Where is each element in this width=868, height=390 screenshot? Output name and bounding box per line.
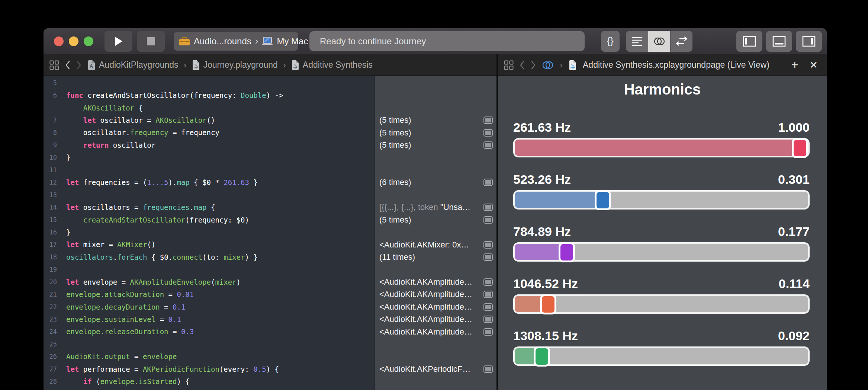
- traffic-lights: [54, 36, 93, 46]
- slider-fill: [515, 140, 808, 156]
- show-result-button[interactable]: [483, 316, 493, 323]
- code-line[interactable]: 17let mixer = AKMixer(): [44, 239, 374, 251]
- code-line[interactable]: 13: [44, 189, 374, 201]
- zoom-window-button[interactable]: [84, 36, 93, 46]
- code-line[interactable]: 26AudioKit.output = envelope: [44, 351, 374, 363]
- code-line[interactable]: 20let envelope = AKAmplitudeEnvelope(mix…: [44, 276, 374, 288]
- slider-thumb[interactable]: [559, 242, 575, 262]
- code-line[interactable]: 7 let oscillator = AKOscillator(): [44, 114, 374, 126]
- standard-editor-button[interactable]: [626, 31, 648, 52]
- toggle-debug-area-button[interactable]: [766, 31, 792, 52]
- code-line[interactable]: 6func createAndStartOscillator(frequency…: [44, 89, 374, 101]
- breadcrumb-item[interactable]: AAudioKitPlaygrounds: [87, 60, 179, 70]
- related-items-icon[interactable]: [49, 60, 59, 70]
- breadcrumb-item[interactable]: Journey.playground: [192, 60, 278, 70]
- play-icon: [114, 36, 123, 47]
- code-line[interactable]: 21envelope.attackDuration = 0.01: [44, 288, 374, 300]
- code-line[interactable]: 25: [44, 338, 374, 350]
- assistant-actions: + ✕: [791, 58, 821, 72]
- show-result-button[interactable]: [483, 253, 493, 261]
- slider-thumb[interactable]: [792, 138, 808, 158]
- code-line[interactable]: 19: [44, 263, 374, 276]
- code-line[interactable]: AKOscillator {: [44, 102, 374, 114]
- editor-split: AAudioKitPlaygrounds›Journey.playground›…: [44, 54, 827, 390]
- show-result-button[interactable]: [483, 365, 493, 373]
- code-line[interactable]: 27let performance = AKPeriodicFunction(e…: [44, 363, 374, 375]
- show-result-button[interactable]: [483, 291, 493, 298]
- slider-track[interactable]: [513, 190, 810, 210]
- add-assistant-button[interactable]: +: [791, 58, 798, 72]
- stop-button[interactable]: [137, 31, 165, 52]
- toggle-inspector-panel-button[interactable]: [796, 31, 822, 52]
- code-line[interactable]: 14let oscillators = frequencies.map {: [44, 201, 374, 213]
- show-result-button[interactable]: [483, 129, 493, 137]
- slider-track[interactable]: [513, 242, 810, 262]
- show-result-button[interactable]: [483, 216, 493, 224]
- code-text: envelope.sustainLevel = 0.1: [66, 315, 181, 323]
- toggle-navigator-panel-button[interactable]: [736, 31, 762, 52]
- show-result-button[interactable]: [483, 116, 493, 124]
- minimize-window-button[interactable]: [69, 36, 78, 46]
- show-result-button[interactable]: [483, 328, 493, 336]
- assistant-editor-icon: [653, 36, 665, 46]
- close-assistant-button[interactable]: ✕: [809, 59, 818, 71]
- line-number: 13: [44, 191, 57, 199]
- code-line[interactable]: 12let frequencies = (1...5).map { $0 * 2…: [44, 176, 374, 189]
- show-result-button[interactable]: [483, 241, 493, 249]
- live-view-title: Additive Synthesis.xcplaygroundpage (Liv…: [583, 60, 769, 70]
- show-result-button[interactable]: [483, 204, 493, 211]
- scheme-selector[interactable]: Audio...rounds › My Mac: [174, 32, 298, 51]
- assistant-editor-pane: › Additive Synthesis.xcplaygroundpage (L…: [498, 54, 827, 390]
- assistant-circles-icon[interactable]: [542, 60, 554, 70]
- code-line[interactable]: 28 if (envelope.isStarted) {: [44, 375, 374, 388]
- result-text: <AudioKit.AKAmplitude…: [379, 290, 472, 299]
- line-number: 20: [44, 278, 57, 286]
- slider-track[interactable]: [513, 138, 810, 157]
- close-window-button[interactable]: [54, 36, 64, 46]
- harmonic-slider-group: 1046.52 Hz0.114: [513, 276, 810, 320]
- show-result-button[interactable]: [483, 303, 493, 311]
- show-result-button[interactable]: [483, 141, 493, 149]
- slider-track[interactable]: [513, 294, 810, 314]
- code-line[interactable]: 11: [44, 164, 374, 176]
- version-editor-button[interactable]: [670, 31, 692, 52]
- result-text: (5 times): [379, 140, 411, 150]
- code-line[interactable]: 23envelope.sustainLevel = 0.1: [44, 313, 374, 325]
- code-line[interactable]: 8 oscillator.frequency = frequency: [44, 127, 374, 139]
- slider-thumb[interactable]: [534, 346, 550, 367]
- code-text: oscillators.forEach { $0.connect(to: mix…: [66, 253, 258, 261]
- forward-chevron-icon[interactable]: [76, 61, 81, 70]
- slider-track[interactable]: [513, 346, 810, 366]
- show-result-button[interactable]: [483, 179, 493, 186]
- xcode-window: Audio...rounds › My Mac Ready to continu…: [44, 28, 827, 390]
- amplitude-value: 1.000: [778, 120, 810, 135]
- source-code-editor[interactable]: 56func createAndStartOscillator(frequenc…: [44, 76, 374, 390]
- frequency-label: 523.26 Hz: [513, 172, 571, 187]
- code-line[interactable]: 18oscillators.forEach { $0.connect(to: m…: [44, 251, 374, 263]
- slider-thumb[interactable]: [595, 190, 611, 210]
- desktop: Audio...rounds › My Mac Ready to continu…: [0, 0, 868, 390]
- code-line[interactable]: 15 createAndStartOscillator(frequency: $…: [44, 214, 374, 226]
- line-number: 22: [44, 303, 57, 311]
- code-line[interactable]: 24envelope.releaseDuration = 0.3: [44, 326, 374, 338]
- breadcrumb-item[interactable]: Additive Synthesis: [291, 60, 373, 70]
- code-line[interactable]: 16}: [44, 226, 374, 238]
- code-snippets-button[interactable]: {}: [601, 31, 620, 52]
- slider-thumb[interactable]: [540, 294, 556, 314]
- result-row: <AudioKit.AKAmplitude…: [375, 288, 496, 301]
- back-chevron-icon[interactable]: [65, 61, 70, 70]
- run-button[interactable]: [105, 31, 132, 52]
- result-text: [{{...}, {...}, token "Unsa…: [379, 202, 470, 212]
- assistant-editor-button[interactable]: [648, 31, 670, 52]
- my-mac-icon: [262, 37, 273, 46]
- back-chevron-icon[interactable]: [520, 61, 525, 70]
- code-line[interactable]: 9 return oscillator: [44, 139, 374, 151]
- code-line[interactable]: 5: [44, 77, 374, 89]
- line-number: 12: [44, 179, 57, 186]
- code-line[interactable]: 10}: [44, 151, 374, 164]
- forward-chevron-icon[interactable]: [531, 61, 536, 70]
- related-items-icon[interactable]: [504, 60, 514, 70]
- code-line[interactable]: 22envelope.decayDuration = 0.1: [44, 301, 374, 313]
- frequency-label: 1046.52 Hz: [513, 276, 578, 291]
- show-result-button[interactable]: [483, 278, 493, 286]
